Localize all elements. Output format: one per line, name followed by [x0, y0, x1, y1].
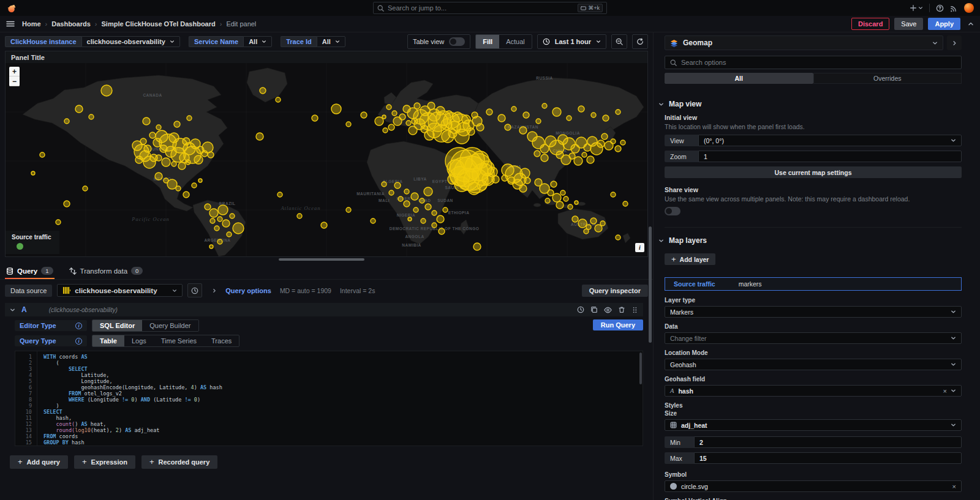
map-layers-section: Map layers +Add layer Source traffic mar… — [665, 228, 962, 500]
query-inspector-button[interactable]: Query inspector — [582, 285, 648, 297]
map-legend: Source traffic — [6, 231, 59, 254]
breadcrumb-home[interactable]: Home — [22, 20, 41, 28]
chevron-right-icon — [952, 40, 957, 46]
zoom-field: Zoom 1 — [665, 151, 962, 162]
collapse-sidebar-button[interactable] — [947, 35, 962, 50]
min-field-input[interactable]: 2 — [694, 436, 962, 448]
map-marker — [511, 106, 516, 111]
grafana-logo[interactable] — [6, 3, 17, 13]
add-recorded-query-button[interactable]: +Recorded query — [141, 455, 217, 469]
max-field: Max 15 — [665, 452, 962, 464]
save-button[interactable]: Save — [894, 18, 923, 30]
time-series-option[interactable]: Time Series — [154, 335, 204, 346]
clear-icon[interactable]: × — [943, 387, 947, 395]
query-header[interactable]: A (clickhouse-observability) — [5, 303, 643, 316]
geomap-canvas[interactable]: + − — [6, 63, 647, 256]
zoom-out-time-button[interactable] — [611, 34, 627, 49]
menu-toggle-icon[interactable] — [6, 20, 15, 28]
use-current-map-settings-button[interactable]: Use current map settings — [665, 166, 962, 178]
tab-all[interactable]: All — [665, 73, 813, 84]
datasource-help-button[interactable] — [187, 283, 202, 297]
refresh-button[interactable] — [632, 34, 648, 49]
visualization-picker[interactable]: Geomap — [665, 35, 943, 50]
location-mode-select[interactable]: Geohash — [665, 359, 962, 370]
options-search-input[interactable]: Search options — [665, 56, 962, 69]
discard-button[interactable]: Discard — [851, 18, 889, 30]
layer-item-source-traffic[interactable]: Source traffic markers — [665, 277, 962, 291]
layer-type-select[interactable]: Markers — [665, 306, 962, 318]
delete-query-icon[interactable] — [618, 306, 625, 313]
tab-query[interactable]: Query 1 — [5, 263, 55, 279]
add-query-button[interactable]: +Add query — [10, 455, 68, 469]
map-zoom-in-button[interactable]: + — [9, 67, 20, 76]
zoom-field-input[interactable]: 1 — [698, 151, 962, 162]
map-marker — [101, 85, 112, 96]
symbol-select[interactable]: circle.svg × — [665, 480, 962, 492]
hide-response-icon[interactable] — [604, 306, 612, 314]
data-filter-select[interactable]: Change filter — [665, 332, 962, 344]
table-view-toggle[interactable]: Table view — [407, 34, 470, 49]
new-menu-button[interactable] — [910, 4, 923, 12]
geohash-field-select[interactable]: A hash × — [665, 385, 962, 397]
add-expression-button[interactable]: +Expression — [74, 455, 135, 469]
actual-option[interactable]: Actual — [499, 35, 532, 48]
add-layer-button[interactable]: +Add layer — [665, 253, 715, 265]
map-marker — [64, 201, 70, 207]
clock-icon — [543, 38, 550, 45]
apply-button[interactable]: Apply — [928, 18, 960, 30]
breadcrumb-dashboards[interactable]: Dashboards — [51, 20, 91, 28]
sql-editor-option[interactable]: SQL Editor — [92, 320, 142, 331]
variable-value-dropdown[interactable]: All — [317, 36, 345, 47]
table-option[interactable]: Table — [92, 335, 124, 346]
tab-transform-data[interactable]: Transform data 0 — [68, 263, 145, 279]
user-avatar[interactable] — [964, 3, 974, 13]
duplicate-query-icon[interactable] — [590, 306, 598, 313]
map-marker — [386, 105, 391, 110]
variable-value-dropdown[interactable]: All — [243, 36, 272, 47]
logs-option[interactable]: Logs — [124, 335, 154, 346]
size-field-select[interactable]: adj_heat — [665, 419, 962, 431]
news-button[interactable] — [950, 4, 958, 12]
help-button[interactable] — [936, 4, 944, 12]
view-field-label: View — [665, 135, 698, 146]
map-view-section-header[interactable]: Map view — [658, 100, 962, 108]
breadcrumb-separator: › — [220, 20, 222, 28]
code-editor-scrollbar[interactable] — [639, 353, 642, 384]
share-view-switch[interactable] — [665, 207, 680, 215]
map-marker — [591, 113, 596, 118]
clear-icon[interactable]: × — [952, 483, 956, 490]
map-view-section: Map view Initial view This location will… — [665, 91, 962, 228]
tab-overrides[interactable]: Overrides — [813, 73, 962, 84]
traces-option[interactable]: Traces — [204, 335, 239, 346]
map-layers-section-header[interactable]: Map layers — [658, 236, 962, 245]
variable-value-dropdown[interactable]: clickhouse-observability — [81, 36, 180, 47]
collapse-options-icon[interactable] — [968, 21, 974, 27]
fill-option[interactable]: Fill — [476, 35, 499, 48]
pane-resize-handle[interactable] — [0, 257, 653, 261]
sql-code-editor[interactable]: 123456789101112131415 WITH coords AS ( S… — [15, 351, 643, 446]
sql-code-content[interactable]: WITH coords AS ( SELECT Latitude, Longit… — [37, 351, 222, 446]
chevron-down-icon — [596, 39, 601, 44]
time-range-picker[interactable]: Last 1 hour — [537, 34, 606, 49]
query-history-icon[interactable] — [577, 306, 584, 313]
geomap-panel[interactable]: Panel Title + − — [5, 51, 648, 257]
datasource-picker[interactable]: clickhouse-observability — [57, 284, 183, 297]
initial-view-label: Initial view — [665, 114, 962, 121]
breadcrumb-dashboard-name[interactable]: Simple ClickHouse OTel Dashboard — [101, 20, 215, 28]
panel-header[interactable]: Panel Title — [6, 51, 647, 63]
query-builder-option[interactable]: Query Builder — [142, 320, 198, 331]
map-attribution-button[interactable]: i — [635, 243, 644, 252]
global-search-input[interactable]: Search or jump to... ⌘+k — [373, 2, 607, 14]
map-marker — [210, 218, 215, 223]
map-zoom-out-button[interactable]: − — [9, 76, 20, 86]
map-marker — [183, 192, 189, 198]
run-query-button[interactable]: Run Query — [593, 319, 643, 330]
table-view-switch[interactable] — [449, 37, 465, 46]
drag-handle-icon[interactable] — [631, 307, 638, 313]
view-field-select[interactable]: (0°, 0°) — [698, 135, 962, 146]
edit-pane-scrollbar[interactable] — [649, 226, 652, 343]
chevron-down-icon[interactable] — [10, 307, 15, 313]
max-field-input[interactable]: 15 — [694, 452, 962, 464]
chevron-right-icon[interactable] — [212, 288, 217, 293]
query-options-toggle[interactable]: Query options — [225, 287, 271, 294]
